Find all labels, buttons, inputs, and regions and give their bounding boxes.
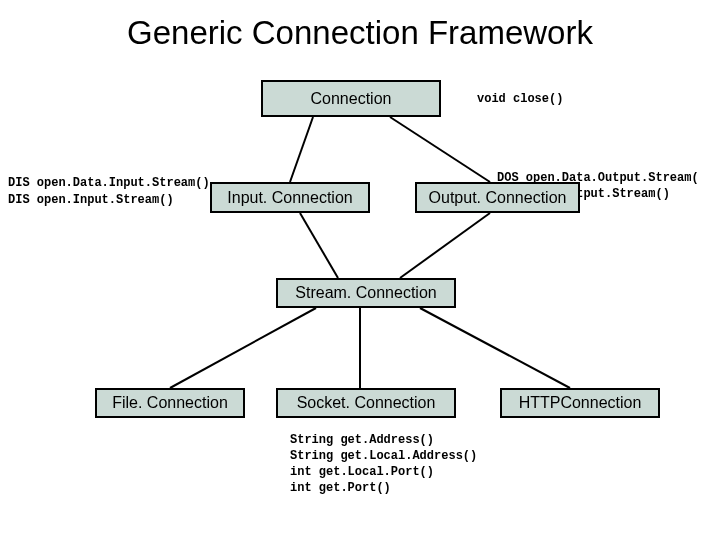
label-sock3: int get.Local.Port() [290,464,434,480]
label-dis2: DIS open.Input.Stream() [8,192,174,208]
svg-line-0 [290,117,313,182]
label-dis1: DIS open.Data.Input.Stream() [8,175,210,191]
box-input-connection: Input. Connection [210,182,370,213]
label-sock1: String get.Address() [290,432,434,448]
page-title: Generic Connection Framework [0,14,720,52]
box-stream-connection: Stream. Connection [276,278,456,308]
box-output-connection: Output. Connection [415,182,580,213]
box-socket-connection: Socket. Connection [276,388,456,418]
svg-line-4 [170,308,316,388]
svg-line-1 [390,117,490,182]
svg-line-3 [400,213,490,278]
box-file-connection: File. Connection [95,388,245,418]
svg-line-6 [420,308,570,388]
label-sock2: String get.Local.Address() [290,448,477,464]
label-sock4: int get.Port() [290,480,391,496]
label-close: void close() [477,91,563,107]
svg-line-2 [300,213,338,278]
box-http-connection: HTTPConnection [500,388,660,418]
box-connection: Connection [261,80,441,117]
